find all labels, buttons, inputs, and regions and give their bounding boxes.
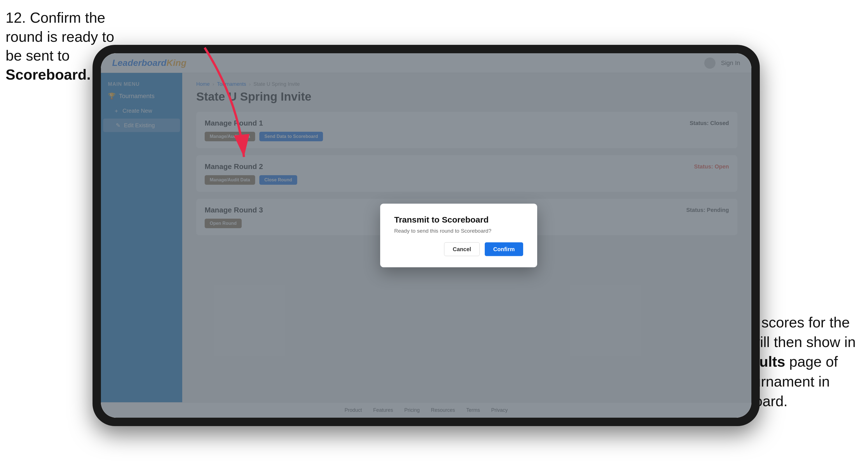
modal-confirm-button[interactable]: Confirm — [485, 243, 523, 256]
modal-buttons: Cancel Confirm — [394, 243, 523, 256]
modal-title: Transmit to Scoreboard — [394, 215, 523, 224]
modal-cancel-button[interactable]: Cancel — [444, 243, 480, 256]
modal-subtitle: Ready to send this round to Scoreboard? — [394, 228, 523, 234]
tablet-shell: LeaderboardKing Sign In MAIN MENU 🏆 Tour… — [93, 45, 760, 426]
instruction-scoreboard-bold: Scoreboard. — [6, 66, 91, 83]
tablet-screen: LeaderboardKing Sign In MAIN MENU 🏆 Tour… — [101, 53, 751, 418]
transmit-modal: Transmit to Scoreboard Ready to send thi… — [380, 204, 537, 268]
